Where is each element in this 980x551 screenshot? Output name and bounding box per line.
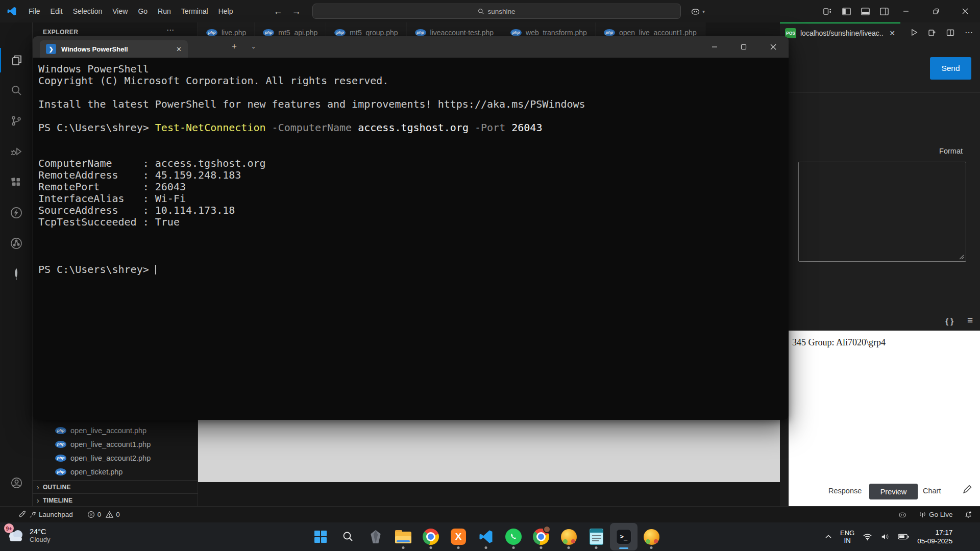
php-file-icon: php: [55, 427, 66, 434]
launchpad-status-item[interactable]: Launchpad: [15, 507, 77, 522]
tab-dropdown-icon[interactable]: ⌄: [251, 43, 256, 50]
copilot-button[interactable]: ▾: [690, 0, 705, 22]
menu-view[interactable]: View: [107, 4, 133, 18]
sidebar-item-thunder-client[interactable]: [0, 201, 33, 225]
go-live-status-item[interactable]: Go Live: [915, 507, 957, 522]
language-indicator[interactable]: ENG IN: [840, 529, 854, 544]
list-item[interactable]: php open_live_account.php: [33, 423, 198, 437]
sidebar-item-mongodb[interactable]: [0, 262, 33, 286]
notifications-bell-icon[interactable]: [961, 507, 976, 522]
volume-icon[interactable]: [880, 533, 890, 541]
file-explorer-icon[interactable]: [389, 523, 417, 550]
toggle-secondary-sidebar-icon[interactable]: [879, 7, 889, 16]
vscode-taskbar-icon[interactable]: [472, 523, 500, 550]
php-file-icon: php: [55, 441, 66, 448]
terminal-minimize-button[interactable]: [702, 36, 727, 58]
tray-time: 17:17: [917, 528, 952, 537]
edit-pencil-icon[interactable]: [962, 484, 972, 494]
menu-go[interactable]: Go: [133, 4, 153, 18]
close-tab-icon[interactable]: ✕: [176, 45, 182, 53]
send-button[interactable]: Send: [930, 57, 971, 80]
tray-chevron-up-icon[interactable]: [825, 533, 832, 540]
menu-selection[interactable]: Selection: [68, 4, 108, 18]
php-file-icon: php: [510, 29, 522, 36]
sidebar-item-explorer[interactable]: [0, 48, 33, 72]
run-request-icon[interactable]: [910, 29, 918, 36]
tab-preview[interactable]: Preview: [869, 484, 918, 499]
list-view-icon[interactable]: ≡: [967, 315, 973, 326]
wifi-icon[interactable]: [863, 533, 872, 541]
php-file-icon: php: [55, 455, 66, 462]
crystal-app-icon[interactable]: [362, 523, 389, 550]
window-close-button[interactable]: [950, 0, 980, 22]
outline-section-header[interactable]: › OUTLINE: [33, 480, 198, 493]
sidebar-item-extensions[interactable]: [0, 170, 33, 194]
menu-run[interactable]: Run: [153, 4, 176, 18]
terminal-arg: access.tgshost.org: [358, 121, 469, 134]
terminal-content[interactable]: Windows PowerShell Copyright (C) Microso…: [33, 58, 789, 420]
menu-edit[interactable]: Edit: [45, 4, 68, 18]
trading-app-icon[interactable]: [555, 523, 582, 550]
chevron-down-icon: ▾: [702, 9, 705, 14]
chrome-icon[interactable]: [417, 523, 445, 550]
sidebar-item-graph-extension[interactable]: [0, 231, 33, 256]
terminal-maximize-button[interactable]: [731, 36, 756, 58]
tab-chart[interactable]: Chart: [923, 487, 941, 495]
whatsapp-icon[interactable]: [500, 523, 527, 550]
tab-label: localhost/sunshine/liveac..: [800, 29, 885, 37]
accounts-icon[interactable]: [0, 470, 33, 495]
new-tab-icon[interactable]: +: [232, 41, 237, 52]
nav-back-icon[interactable]: ←: [268, 6, 287, 17]
nav-forward-icon[interactable]: →: [287, 6, 305, 17]
tab-label: mt5_api.php: [278, 29, 317, 37]
php-file-icon: php: [206, 29, 217, 36]
resize-handle-icon[interactable]: [958, 254, 964, 260]
terminal-taskbar-icon[interactable]: >_: [610, 523, 638, 550]
toggle-primary-sidebar-icon[interactable]: [842, 7, 851, 16]
problems-status-item[interactable]: 0 0: [84, 507, 124, 522]
close-icon[interactable]: ✕: [889, 29, 895, 37]
terminal-titlebar[interactable]: ❯ Windows PowerShell ✕ + ⌄: [33, 36, 789, 58]
tab-response[interactable]: Response: [828, 487, 862, 495]
window-restore-button[interactable]: [921, 0, 950, 22]
terminal-line: Copyright (C) Microsoft Corporation. All…: [38, 75, 789, 87]
menu-help[interactable]: Help: [213, 4, 238, 18]
trading-app-icon[interactable]: [638, 523, 665, 550]
clock[interactable]: 17:17 05-09-2025: [917, 528, 952, 545]
list-item[interactable]: php open_live_account2.php: [33, 451, 198, 465]
terminal-tab[interactable]: ❯ Windows PowerShell ✕: [40, 40, 188, 58]
terminal-close-button[interactable]: [761, 36, 786, 58]
request-body-textarea[interactable]: [798, 162, 966, 262]
tab-request-localhost[interactable]: POS localhost/sunshine/liveac.. ✕: [780, 22, 900, 42]
customize-layout-icon[interactable]: [823, 7, 832, 16]
weather-widget[interactable]: 9+ 24°C Cloudy: [5, 525, 50, 545]
terminal-command-line: PS C:\Users\shrey> Test-NetConnection -C…: [38, 122, 789, 134]
tab-label: liveaccount-test.php: [430, 29, 494, 37]
vscode-statusbar: Launchpad 0 0 Go Live: [0, 506, 980, 522]
open-changes-icon[interactable]: [928, 29, 936, 37]
search-input[interactable]: sunshine: [312, 4, 681, 19]
toggle-panel-icon[interactable]: [861, 7, 870, 16]
terminal-prompt: PS C:\Users\shrey>: [38, 121, 149, 134]
split-editor-icon[interactable]: [946, 29, 954, 37]
start-button[interactable]: [307, 523, 334, 550]
chrome-profile-icon[interactable]: [527, 523, 555, 550]
sidebar-item-search[interactable]: [0, 78, 33, 103]
list-item[interactable]: php open_ticket.php: [33, 465, 198, 479]
taskbar-search-icon[interactable]: [334, 523, 362, 550]
window-minimize-button[interactable]: [891, 0, 921, 22]
copilot-status-item[interactable]: [894, 507, 911, 522]
sidebar-item-run-debug[interactable]: [0, 139, 33, 164]
response-preview-area: 345 Group: Ali7020\grp4 Response Preview…: [789, 331, 980, 506]
notepad-icon[interactable]: [582, 523, 610, 550]
menu-file[interactable]: File: [23, 4, 45, 18]
menu-terminal[interactable]: Terminal: [176, 4, 213, 18]
list-item[interactable]: php open_live_account1.php: [33, 437, 198, 451]
battery-icon[interactable]: [898, 533, 909, 540]
explorer-more-actions-icon[interactable]: ⋯: [166, 26, 174, 35]
more-actions-icon[interactable]: ⋯: [965, 28, 973, 37]
sidebar-item-source-control[interactable]: [0, 109, 33, 133]
xampp-icon[interactable]: X: [445, 523, 472, 550]
format-json-icon[interactable]: { }: [945, 317, 953, 325]
timeline-section-header[interactable]: › TIMELINE: [33, 493, 198, 507]
